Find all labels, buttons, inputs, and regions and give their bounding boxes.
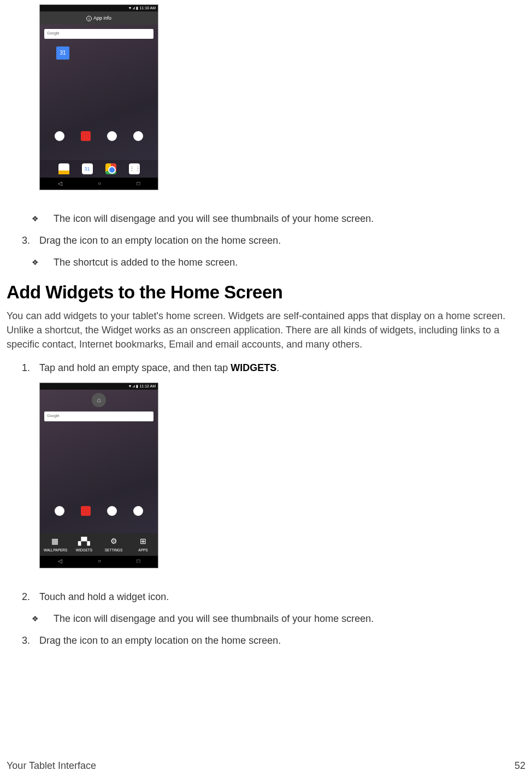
bullet-text: The icon will disengage and you will see…	[54, 612, 525, 626]
apps-label: APPS	[138, 548, 147, 552]
calendar-icon: 31	[82, 163, 93, 174]
calendar-widget-icon: 31	[56, 46, 69, 60]
step-text: Tap and hold an empty space, and then ta…	[39, 361, 525, 375]
google-search-bar: Google	[44, 29, 153, 39]
app-row	[40, 501, 158, 521]
google-search-bar: Google	[44, 411, 153, 421]
screenshot-homescreen-widgets: ▼⊿ ▮ 11:12 AM ⌂ Google ▦WALLPAPERS ▞▚WID…	[39, 383, 158, 568]
numbered-step: 3. Drag the icon to an empty location on…	[7, 633, 525, 648]
app-icon	[107, 506, 117, 516]
app-info-label: App info	[93, 15, 111, 21]
bullet-marker-icon: ❖	[32, 255, 54, 269]
widgets-label: WIDGETS	[76, 548, 92, 552]
nav-home-icon: ○	[98, 557, 101, 566]
step-number: 2.	[22, 590, 39, 604]
wallpaper-icon: ▦	[44, 536, 66, 546]
widgets-icon: ▞▚	[73, 536, 95, 546]
bullet-text: The shortcut is added to the home screen…	[54, 255, 525, 269]
status-bar: ▼⊿ ▮ 11:10 AM	[40, 5, 158, 11]
gmail-icon	[58, 163, 69, 174]
settings-label: SETTINGS	[105, 548, 123, 552]
wallpapers-button: ▦WALLPAPERS	[44, 536, 66, 553]
play-store-icon	[133, 131, 143, 141]
step-number: 1.	[22, 361, 39, 375]
bullet-text: The icon will disengage and you will see…	[54, 211, 525, 226]
step-text: Drag the icon to an empty location on th…	[39, 233, 525, 248]
nav-home-icon: ○	[98, 180, 101, 188]
home-options-bar: ▦WALLPAPERS ▞▚WIDGETS ⚙SETTINGS ⊞APPS	[40, 533, 158, 556]
status-bar: ▼⊿ ▮ 11:12 AM	[40, 383, 158, 390]
bullet-item: ❖ The icon will disengage and you will s…	[7, 612, 525, 626]
step-text-bold: WIDGETS	[230, 362, 276, 373]
bullet-marker-icon: ❖	[32, 211, 54, 226]
play-store-icon	[133, 506, 143, 516]
nav-bar: ◁ ○ □	[40, 178, 158, 190]
step-number: 3.	[22, 233, 39, 248]
youtube-icon	[81, 131, 91, 141]
info-icon: i	[86, 16, 92, 21]
apps-button: ⊞APPS	[132, 536, 154, 553]
numbered-step: 1. Tap and hold an empty space, and then…	[7, 361, 525, 375]
chrome-icon	[105, 163, 116, 174]
body-paragraph: You can add widgets to your tablet's hom…	[7, 309, 525, 351]
dock: 31 ⋮⋮⋮	[40, 160, 158, 178]
widgets-button: ▞▚WIDGETS	[73, 536, 95, 553]
home-shortcut-icon: ⌂	[92, 393, 106, 407]
grid-icon: ⊞	[132, 536, 154, 546]
step-text-post: .	[276, 362, 279, 373]
bullet-item: ❖ The shortcut is added to the home scre…	[7, 255, 525, 269]
bullet-item: ❖ The icon will disengage and you will s…	[7, 211, 525, 226]
apps-drawer-icon: ⋮⋮⋮	[129, 163, 140, 174]
app-info-bar: iApp info	[40, 11, 158, 25]
app-row	[40, 126, 158, 146]
nav-recent-icon: □	[137, 180, 140, 188]
nav-recent-icon: □	[137, 557, 140, 566]
step-text-pre: Tap and hold an empty space, and then ta…	[39, 362, 230, 373]
gear-icon: ⚙	[103, 536, 125, 546]
wallpapers-label: WALLPAPERS	[44, 548, 67, 552]
google-icon	[55, 131, 64, 141]
screenshot-homescreen-appinfo: ▼⊿ ▮ 11:10 AM iApp info Google 31 31 ⋮⋮⋮…	[39, 4, 158, 190]
settings-button: ⚙SETTINGS	[103, 536, 125, 553]
nav-back-icon: ◁	[58, 180, 62, 188]
bullet-marker-icon: ❖	[32, 612, 54, 626]
nav-back-icon: ◁	[58, 557, 62, 566]
numbered-step: 3. Drag the icon to an empty location on…	[7, 233, 525, 248]
nav-bar: ◁ ○ □	[40, 556, 158, 568]
section-heading: Add Widgets to the Home Screen	[7, 279, 525, 305]
app-icon	[107, 131, 117, 141]
step-number: 3.	[22, 633, 39, 648]
step-text: Drag the icon to an empty location on th…	[39, 633, 525, 648]
youtube-icon	[81, 506, 91, 516]
google-icon	[55, 506, 64, 516]
step-text: Touch and hold a widget icon.	[39, 590, 525, 604]
numbered-step: 2. Touch and hold a widget icon.	[7, 590, 525, 604]
